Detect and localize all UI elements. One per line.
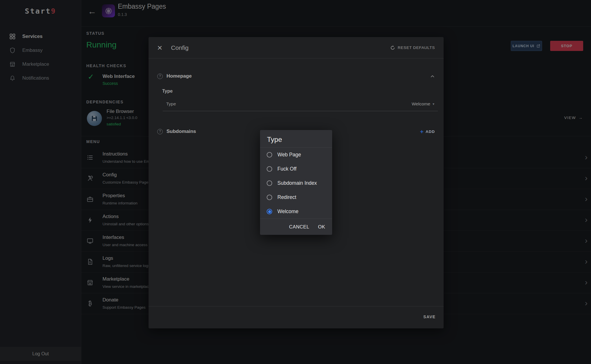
type-dialog-title: Type xyxy=(267,136,332,144)
type-option-subdomain-index[interactable]: Subdomain Index xyxy=(260,176,332,190)
option-label: Web Page xyxy=(277,152,301,158)
type-select-dialog: Type Web Page Fuck Off Subdomain Index R… xyxy=(260,130,332,235)
type-option-fuck-off[interactable]: Fuck Off xyxy=(260,162,332,176)
type-dialog-header: Type xyxy=(260,130,332,148)
option-label: Subdomain Index xyxy=(277,180,317,186)
radio-icon[interactable] xyxy=(267,195,272,200)
screen: Start9 Services Embassy Marketplace xyxy=(0,0,591,364)
ok-button[interactable]: OK xyxy=(318,224,325,230)
radio-icon[interactable] xyxy=(267,180,272,186)
option-label: Fuck Off xyxy=(277,166,297,172)
radio-icon[interactable] xyxy=(267,209,272,214)
option-label: Welcome xyxy=(277,208,299,215)
type-option-welcome[interactable]: Welcome xyxy=(260,204,332,219)
type-options-list: Web Page Fuck Off Subdomain Index Redire… xyxy=(260,148,332,219)
radio-icon[interactable] xyxy=(267,152,272,158)
type-option-redirect[interactable]: Redirect xyxy=(260,190,332,204)
radio-icon[interactable] xyxy=(267,166,272,172)
cancel-button[interactable]: CANCEL xyxy=(289,224,309,230)
type-option-web-page[interactable]: Web Page xyxy=(260,148,332,162)
option-label: Redirect xyxy=(277,194,296,200)
type-dialog-footer: CANCEL OK xyxy=(260,219,332,235)
